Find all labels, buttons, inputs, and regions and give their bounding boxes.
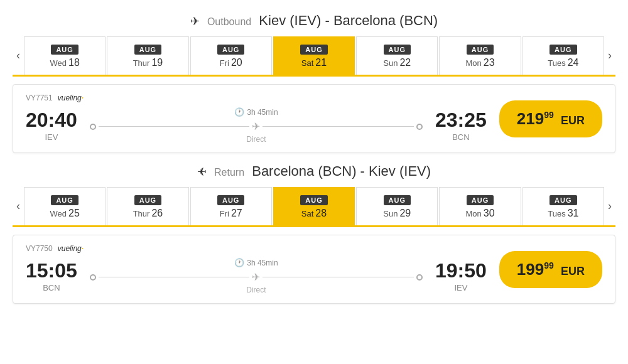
date-tab-5[interactable]: AUG Mon30: [439, 187, 521, 225]
month-label: AUG: [51, 195, 78, 205]
date-tab-3[interactable]: AUG Sat28: [273, 187, 355, 225]
return-flight-card: VY7750 vueling· 15:05 BCN 🕐 3h 45min: [13, 235, 615, 304]
date-tab-6[interactable]: AUG Tues31: [522, 187, 604, 225]
outbound-depart-time: 20:40: [26, 110, 77, 130]
date-tab-0[interactable]: AUG Wed18: [24, 36, 106, 75]
return-depart-airport: BCN: [26, 283, 77, 292]
outbound-route: Kiev (IEV) - Barcelona (BCN): [259, 13, 438, 28]
outbound-flight-number-row: VY7751 vueling·: [26, 94, 487, 102]
date-tab-2[interactable]: AUG Fri27: [190, 187, 272, 225]
month-label: AUG: [384, 45, 411, 55]
date-tab-1[interactable]: AUG Thur26: [107, 187, 188, 225]
return-date-selector: ‹ AUG Wed25 AUG Thur26 AUG Fri27 AUG Sat…: [13, 187, 615, 227]
outbound-line-wrap: ✈: [90, 120, 423, 132]
return-section: ✈ Return Barcelona (BCN) - Kiev (IEV) ‹ …: [13, 163, 615, 304]
date-tab-4[interactable]: AUG Sun29: [356, 187, 438, 225]
plane-icon-return: ✈: [197, 165, 207, 179]
month-label: AUG: [384, 195, 411, 205]
day-date: Thur26: [110, 208, 185, 219]
outbound-depart-airport: IEV: [26, 132, 77, 142]
date-tab-6[interactable]: AUG Tues24: [522, 36, 604, 75]
outbound-flight-info: VY7751 vueling· 20:40 IEV 🕐 3h 45min: [26, 94, 487, 144]
return-title: ✈ Return Barcelona (BCN) - Kiev (IEV): [13, 163, 615, 179]
day-date: Sat28: [276, 208, 352, 219]
day-date: Mon30: [442, 208, 517, 219]
return-flight-info: VY7750 vueling· 15:05 BCN 🕐 3h 45min: [26, 244, 487, 294]
return-price-currency: EUR: [561, 265, 585, 277]
clock-icon-return: 🕐: [234, 258, 244, 267]
month-label: AUG: [300, 45, 327, 55]
day-date: Wed18: [27, 57, 102, 68]
return-price-decimal: 99: [544, 260, 554, 270]
return-route-line: 🕐 3h 45min ✈ Direct: [84, 258, 429, 294]
day-date: Sun22: [359, 57, 435, 68]
outbound-price-button[interactable]: 21999 EUR: [499, 100, 602, 137]
month-label: AUG: [217, 195, 244, 205]
return-arrive-airport: IEV: [435, 283, 487, 292]
month-label: AUG: [467, 195, 494, 205]
return-depart-time: 15:05: [26, 260, 77, 281]
outbound-price-decimal: 99: [544, 110, 554, 120]
outbound-direction-label: Outbound: [207, 16, 251, 27]
outbound-dot-right: [416, 124, 423, 130]
outbound-line: [99, 126, 250, 127]
date-tab-4[interactable]: AUG Sun22: [356, 36, 438, 75]
return-dot-right: [416, 274, 423, 281]
month-label: AUG: [134, 45, 161, 55]
return-direction-label: Return: [214, 167, 244, 178]
outbound-route-line: 🕐 3h 45min ✈ Direct: [84, 107, 429, 144]
return-line: [99, 277, 250, 277]
outbound-title: ✈ Outbound Kiev (IEV) - Barcelona (BCN): [13, 13, 615, 29]
month-label: AUG: [550, 195, 577, 205]
month-label: AUG: [217, 45, 244, 55]
date-tab-1[interactable]: AUG Thur19: [107, 36, 188, 75]
month-label: AUG: [134, 195, 161, 205]
return-direct-label: Direct: [246, 286, 266, 294]
return-line-wrap: ✈: [90, 271, 423, 283]
plane-icon-route-outbound: ✈: [252, 120, 260, 132]
return-route: Barcelona (BCN) - Kiev (IEV): [252, 163, 431, 179]
outbound-section: ✈ Outbound Kiev (IEV) - Barcelona (BCN) …: [13, 13, 615, 153]
return-price-button[interactable]: 19999 EUR: [499, 251, 602, 288]
day-date: Sat21: [276, 57, 352, 68]
return-price-main: 199: [517, 260, 544, 279]
day-date: Fri20: [193, 57, 269, 68]
date-tab-5[interactable]: AUG Mon23: [439, 36, 521, 75]
outbound-price-main: 219: [517, 109, 544, 128]
return-airline: vueling·: [58, 244, 84, 253]
outbound-flight-number: VY7751: [26, 94, 53, 102]
outbound-airline: vueling·: [58, 94, 84, 102]
return-arrive-time: 19:50: [435, 260, 487, 281]
return-prev-arrow[interactable]: ‹: [13, 200, 24, 213]
return-arrive-block: 19:50 IEV: [435, 260, 487, 292]
day-date: Mon23: [442, 57, 517, 68]
plane-icon-route-return: ✈: [252, 271, 260, 283]
plane-icon-outbound: ✈: [190, 15, 200, 28]
return-flight-number: VY7750: [26, 244, 53, 253]
month-label: AUG: [467, 45, 494, 55]
month-label: AUG: [550, 45, 577, 55]
return-next-arrow[interactable]: ›: [604, 200, 615, 213]
outbound-depart-block: 20:40 IEV: [26, 110, 77, 142]
outbound-dot-left: [90, 124, 96, 130]
outbound-direct-label: Direct: [246, 135, 266, 144]
return-date-tabs: AUG Wed25 AUG Thur26 AUG Fri27 AUG Sat28…: [24, 187, 604, 225]
return-flight-row: 15:05 BCN 🕐 3h 45min ✈ Direct: [26, 258, 487, 294]
day-date: Wed25: [27, 208, 102, 219]
return-depart-block: 15:05 BCN: [26, 260, 77, 292]
return-duration: 🕐 3h 45min: [234, 258, 278, 267]
outbound-prev-arrow[interactable]: ‹: [13, 49, 24, 62]
outbound-date-tabs: AUG Wed18 AUG Thur19 AUG Fri20 AUG Sat21…: [24, 36, 604, 75]
outbound-next-arrow[interactable]: ›: [604, 49, 615, 62]
return-dot-left: [90, 274, 96, 281]
outbound-arrive-time: 23:25: [435, 110, 487, 130]
date-tab-3[interactable]: AUG Sat21: [273, 36, 355, 75]
outbound-price-currency: EUR: [561, 114, 585, 127]
outbound-arrive-airport: BCN: [435, 132, 487, 142]
month-label: AUG: [300, 195, 327, 205]
return-line2: [263, 277, 414, 277]
return-flight-number-row: VY7750 vueling·: [26, 244, 487, 253]
date-tab-2[interactable]: AUG Fri20: [190, 36, 272, 75]
date-tab-0[interactable]: AUG Wed25: [24, 187, 106, 225]
day-date: Tues24: [526, 57, 601, 68]
